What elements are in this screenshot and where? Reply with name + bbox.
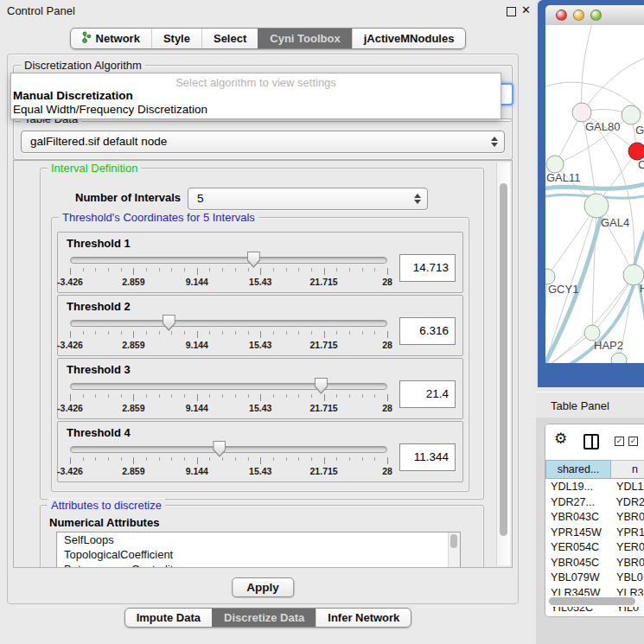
network-node-label: GAL80 bbox=[585, 120, 620, 133]
control-panel-titlebar: Control Panel ✕ bbox=[0, 0, 536, 22]
network-node-label: HAP2 bbox=[594, 339, 623, 352]
network-node[interactable] bbox=[584, 194, 609, 218]
tick-mark bbox=[324, 394, 325, 401]
network-node-label: H bbox=[640, 282, 644, 295]
tick-mark bbox=[286, 331, 287, 335]
slider-thumb-icon[interactable] bbox=[163, 315, 175, 331]
network-edge[interactable] bbox=[592, 206, 596, 333]
tab-impute-data[interactable]: Impute Data bbox=[125, 609, 212, 627]
threshold-slider[interactable]: -3.4262.8599.14415.4321.71528 bbox=[70, 439, 387, 477]
network-node[interactable] bbox=[622, 105, 641, 124]
network-edge-thick[interactable] bbox=[634, 219, 644, 265]
slider-track[interactable] bbox=[70, 257, 387, 264]
threshold-coordinates-group: Threshold's Coordinates for 5 Intervals … bbox=[51, 217, 469, 492]
close-icon[interactable]: ✕ bbox=[521, 3, 531, 16]
column-header-shared-name[interactable]: shared... bbox=[545, 460, 611, 479]
tab-label: Network bbox=[96, 32, 140, 45]
table-row[interactable]: YDL19...YDL1 bbox=[546, 480, 644, 495]
gear-icon[interactable]: ⚙ bbox=[554, 430, 567, 447]
mac-minimize-button[interactable] bbox=[573, 10, 584, 21]
network-node[interactable] bbox=[611, 353, 627, 363]
table-horizontal-scrollbar[interactable] bbox=[546, 596, 644, 607]
tick-label: -3.426 bbox=[57, 466, 83, 476]
threshold-value-field[interactable]: 11.344 bbox=[399, 443, 456, 471]
network-view-window[interactable]: GAL80GACGAL11GAL4GCY1HHAP2 bbox=[538, 0, 644, 387]
mac-zoom-button[interactable] bbox=[590, 10, 602, 21]
attribute-list-item[interactable]: TopologicalCoefficient bbox=[57, 547, 460, 562]
settings-scrollbar[interactable] bbox=[496, 163, 510, 565]
apply-button[interactable]: Apply bbox=[232, 577, 294, 597]
tick-label: 21.715 bbox=[310, 340, 338, 350]
table-panel-title: Table Panel bbox=[551, 399, 609, 412]
tick-label: 15.43 bbox=[249, 340, 271, 350]
slider-tick-labels: -3.4262.8599.14415.4321.71528 bbox=[70, 340, 387, 350]
algorithm-option[interactable]: Equal Width/Frequency Discretization bbox=[11, 103, 501, 117]
float-window-icon[interactable] bbox=[507, 7, 516, 16]
network-canvas[interactable]: GAL80GACGAL11GAL4GCY1HHAP2 bbox=[545, 25, 644, 363]
tick-mark bbox=[235, 331, 236, 335]
tick-mark bbox=[273, 331, 274, 335]
table-cell-shared-name: YPR145W bbox=[546, 526, 613, 541]
threshold-value-field[interactable]: 21.4 bbox=[399, 380, 456, 408]
slider-track[interactable] bbox=[70, 446, 387, 453]
bottom-tabs: Impute DataDiscretize DataInfer Network bbox=[124, 608, 412, 628]
table-row[interactable]: YBL079WYBL0 bbox=[546, 571, 644, 586]
tab-style[interactable]: Style bbox=[151, 29, 201, 48]
threshold-value-field[interactable]: 14.713 bbox=[399, 254, 456, 282]
tick-mark bbox=[222, 268, 223, 271]
tick-mark bbox=[349, 268, 350, 271]
attribute-list-item[interactable]: SelfLoops bbox=[57, 532, 460, 547]
table-row[interactable]: YDR27...YDR2 bbox=[546, 495, 644, 511]
tick-mark bbox=[197, 457, 198, 464]
checkbox-icon[interactable]: ✓ bbox=[615, 437, 624, 446]
threshold-slider[interactable]: -3.4262.8599.14415.4321.71528 bbox=[70, 313, 387, 351]
checkbox-icon[interactable]: ✓ bbox=[628, 437, 638, 446]
network-edge[interactable] bbox=[547, 206, 596, 277]
tab-cyni-toolbox[interactable]: Cyni Toolbox bbox=[258, 29, 351, 48]
tab-infer-network[interactable]: Infer Network bbox=[316, 609, 411, 627]
threshold-slider[interactable]: -3.4262.8599.14415.4321.71528 bbox=[70, 376, 387, 414]
table-row[interactable]: YBR043CYBR0 bbox=[546, 510, 644, 526]
slider-thumb-icon[interactable] bbox=[247, 252, 260, 268]
algorithm-option[interactable]: Manual Discretization bbox=[11, 89, 501, 103]
slider-track[interactable] bbox=[70, 320, 387, 327]
attributes-list-scrollbar[interactable] bbox=[448, 532, 460, 568]
network-node[interactable] bbox=[572, 103, 591, 122]
numerical-attributes-list[interactable]: SelfLoopsTopologicalCoefficientBetweenne… bbox=[56, 532, 461, 568]
tick-mark bbox=[133, 331, 134, 338]
table-row[interactable]: YPR145WYPR1 bbox=[546, 526, 644, 541]
tick-label: -3.426 bbox=[57, 340, 83, 350]
columns-icon[interactable] bbox=[583, 434, 599, 450]
table-row[interactable]: YER054CYER0 bbox=[546, 540, 644, 556]
tick-mark bbox=[83, 268, 84, 271]
network-edge[interactable] bbox=[545, 277, 547, 363]
table-data-combo[interactable]: galFiltered.sif default node bbox=[21, 131, 505, 153]
table-row[interactable]: YBR045CYBR0 bbox=[546, 556, 644, 571]
tab-select[interactable]: Select bbox=[201, 29, 258, 48]
network-node[interactable] bbox=[546, 156, 564, 173]
slider-track[interactable] bbox=[70, 383, 387, 390]
attribute-list-item[interactable]: BetweennessCentrality bbox=[57, 562, 460, 568]
tab-discretize-data[interactable]: Discretize Data bbox=[212, 609, 316, 627]
number-of-intervals-combo[interactable]: 5 bbox=[188, 188, 428, 210]
mac-close-button[interactable] bbox=[556, 10, 567, 21]
settings-scrollpane: Interval Definition Number of Intervals … bbox=[13, 160, 513, 568]
column-header-name[interactable]: n bbox=[611, 460, 644, 479]
tick-mark bbox=[146, 268, 147, 271]
combo-stepper-icon bbox=[414, 194, 421, 204]
numerical-attributes-label: Numerical Attributes bbox=[49, 516, 159, 529]
discretization-algorithm-group-title: Discretization Algorithm bbox=[21, 59, 145, 72]
tab-network[interactable]: Network bbox=[71, 29, 151, 48]
slider-thumb-icon[interactable] bbox=[213, 441, 226, 457]
tab-jactivemnodules[interactable]: jActiveMNodules bbox=[352, 29, 466, 48]
network-edge[interactable] bbox=[582, 25, 592, 112]
threshold-slider[interactable]: -3.4262.8599.14415.4321.71528 bbox=[70, 250, 387, 288]
tick-mark bbox=[209, 457, 210, 461]
network-graph[interactable]: GAL80GACGAL11GAL4GCY1HHAP2 bbox=[545, 25, 644, 363]
table-panel-container: ⚙ ✓ ✓ shared... n YDL19...YDL1YDR27...YD… bbox=[536, 418, 644, 644]
slider-thumb-icon[interactable] bbox=[315, 378, 328, 394]
threshold-value-field[interactable]: 6.316 bbox=[399, 317, 456, 345]
tick-mark bbox=[95, 457, 96, 461]
tick-mark bbox=[70, 268, 71, 275]
network-node[interactable] bbox=[628, 143, 644, 160]
